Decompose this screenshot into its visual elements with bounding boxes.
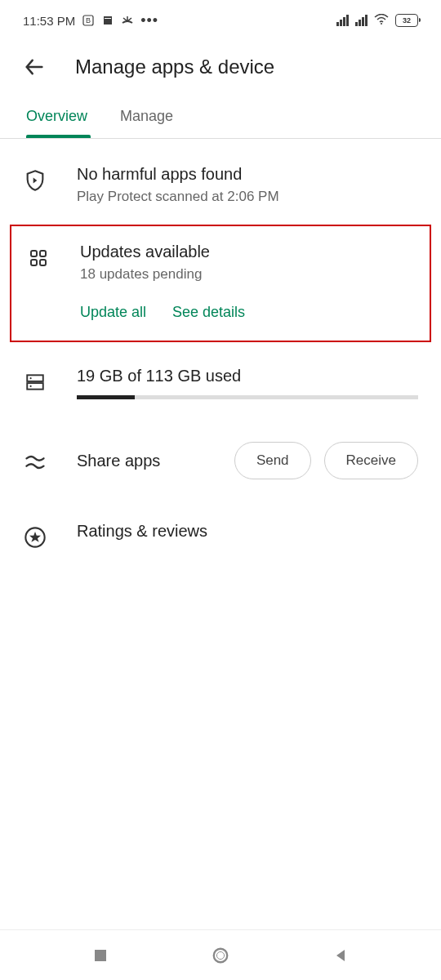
svg-rect-10	[27, 383, 43, 390]
svg-point-11	[30, 377, 32, 379]
tab-overview[interactable]: Overview	[23, 96, 91, 138]
status-left: 11:53 PM B •••	[23, 12, 158, 29]
b-badge-icon: B	[82, 14, 95, 27]
recent-apps-button[interactable]	[91, 947, 109, 964]
back-button[interactable]	[332, 947, 350, 964]
svg-point-15	[214, 948, 228, 962]
ratings-title: Ratings & reviews	[77, 522, 418, 541]
svg-point-4	[381, 23, 382, 24]
updates-subtitle: 18 updates pending	[80, 266, 415, 283]
svg-rect-7	[31, 260, 37, 265]
protect-subtitle: Play Protect scanned at 2:06 PM	[77, 189, 418, 205]
content: No harmful apps found Play Protect scann…	[0, 139, 441, 569]
apps-grid-icon	[26, 246, 51, 270]
send-button[interactable]: Send	[234, 442, 311, 479]
updates-actions: Update all See details	[26, 286, 415, 321]
receive-button[interactable]: Receive	[324, 442, 418, 479]
storage-row[interactable]: 19 GB of 113 GB used	[0, 342, 441, 419]
share-apps-row: Share apps Send Receive	[0, 419, 441, 502]
svg-rect-5	[31, 251, 37, 256]
system-nav-bar	[0, 929, 441, 980]
storage-progress-bar	[77, 395, 418, 399]
protect-title: No harmful apps found	[77, 165, 418, 184]
share-title: Share apps	[77, 452, 205, 470]
play-protect-row[interactable]: No harmful apps found Play Protect scann…	[0, 145, 441, 225]
home-button[interactable]	[212, 947, 229, 964]
wifi-icon	[374, 14, 389, 28]
svg-rect-9	[27, 375, 43, 381]
missed-call-icon	[121, 14, 134, 27]
battery-icon: 32	[395, 14, 418, 27]
storage-title: 19 GB of 113 GB used	[77, 367, 418, 385]
updates-section: Updates available 18 updates pending Upd…	[10, 225, 431, 342]
updates-row[interactable]: Updates available 18 updates pending	[26, 239, 415, 286]
back-arrow-icon[interactable]	[23, 56, 46, 78]
clock-time: 11:53 PM	[23, 14, 75, 28]
battery-percent: 32	[403, 16, 411, 24]
card-icon	[101, 14, 114, 27]
shield-icon	[23, 168, 47, 193]
ratings-row[interactable]: Ratings & reviews	[0, 502, 441, 569]
svg-text:B: B	[86, 16, 91, 24]
tab-bar: Overview Manage	[0, 96, 441, 139]
svg-rect-2	[104, 16, 112, 24]
app-header: Manage apps & device	[0, 41, 441, 96]
svg-rect-8	[40, 260, 46, 265]
share-icon	[23, 450, 47, 474]
star-circle-icon	[23, 525, 47, 550]
signal-icon-2	[355, 15, 368, 26]
signal-icon-1	[336, 15, 349, 26]
storage-icon	[23, 370, 47, 394]
page-title: Manage apps & device	[75, 56, 274, 78]
svg-rect-6	[40, 251, 46, 256]
status-bar: 11:53 PM B ••• 32	[0, 0, 441, 41]
more-dots-icon: •••	[140, 12, 158, 29]
tab-manage[interactable]: Manage	[117, 96, 176, 138]
see-details-button[interactable]: See details	[172, 304, 245, 321]
svg-point-12	[30, 385, 32, 387]
update-all-button[interactable]: Update all	[80, 304, 146, 321]
svg-point-16	[216, 951, 224, 959]
storage-progress-fill	[77, 395, 135, 399]
updates-title: Updates available	[80, 243, 415, 261]
svg-rect-3	[105, 18, 111, 19]
status-right: 32	[336, 14, 418, 28]
svg-rect-14	[95, 950, 106, 961]
